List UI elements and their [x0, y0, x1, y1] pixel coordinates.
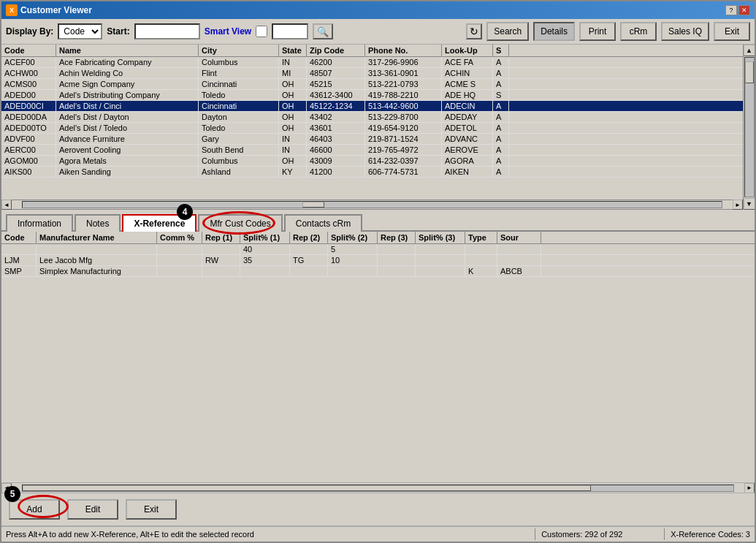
refresh-button[interactable]: ↻ [466, 23, 482, 39]
title-bar-left: X Customer Viewer [6, 4, 92, 16]
col-header-city: City [199, 45, 279, 56]
xref-col-header-split1: Split% (1) [240, 232, 290, 243]
xref-col-header-split3: Split% (3) [416, 232, 465, 243]
smart-view-checkbox[interactable] [256, 26, 267, 37]
print-button[interactable]: Print [579, 22, 616, 41]
horizontal-scrollbar[interactable]: ◄ ► [1, 200, 743, 210]
col-header-s: S [493, 45, 509, 56]
add-button[interactable]: Add [9, 499, 60, 520]
xref-col-header-code: Code [1, 232, 37, 243]
status-hint: Press Alt+A to add new X-Reference, Alt+… [6, 530, 529, 539]
xref-col-header-comm: Comm % [157, 232, 202, 243]
crm-button[interactable]: cRm [620, 22, 657, 41]
vscroll-down-btn[interactable]: ▼ [744, 198, 755, 210]
table-row[interactable]: ADED00TO Adel's Dist / Toledo Toledo OH … [1, 123, 743, 134]
cell-s: A [493, 57, 509, 67]
xref-col-header-type: Type [465, 232, 497, 243]
tab-container: Information Notes X-Reference Mfr Cust C… [1, 210, 755, 232]
vertical-scrollbar[interactable]: ▲ ▼ [743, 45, 755, 210]
button-bar: 5 Add Edit Exit [1, 493, 755, 525]
col-header-code: Code [1, 45, 56, 56]
scroll-thumb[interactable] [302, 202, 324, 208]
display-by-select[interactable]: Code Name City [58, 23, 102, 39]
edit-button[interactable]: Edit [67, 499, 118, 520]
tab-mfr-cust-codes[interactable]: Mfr Cust Codes [198, 214, 282, 232]
status-bar: Press Alt+A to add new X-Reference, Alt+… [1, 525, 755, 542]
title-bar-controls: ? ✕ [725, 5, 750, 15]
window-title: Customer Viewer [20, 5, 92, 15]
start-input[interactable] [134, 23, 200, 39]
customer-grid-header: Code Name City State Zip Code Phone No. … [1, 45, 743, 57]
scroll-left-btn[interactable]: ◄ [1, 200, 12, 210]
vscroll-track[interactable] [744, 57, 755, 197]
xref-row[interactable]: SMP Simplex Manufacturing K ABCB [1, 266, 755, 277]
col-header-lookup: Look-Up [442, 45, 493, 56]
bottom-scroll-left[interactable]: ◄ [1, 483, 12, 493]
details-button[interactable]: Details [533, 22, 575, 41]
cell-code: ACEF00 [1, 57, 56, 67]
search-button[interactable]: Search [486, 22, 529, 41]
col-header-zip: Zip Code [307, 45, 365, 56]
bottom-scroll-thumb[interactable] [23, 485, 591, 491]
xref-col-header-rep3: Rep (3) [378, 232, 416, 243]
display-by-label: Display By: [6, 26, 53, 37]
start-label: Start: [107, 26, 129, 37]
close-button[interactable]: ✕ [738, 5, 750, 15]
table-row[interactable]: AIKS00 Aiken Sanding Ashland KY 41200 60… [1, 167, 743, 178]
table-row[interactable]: AGOM00 Agora Metals Columbus OH 43009 61… [1, 156, 743, 167]
smart-view-input[interactable] [272, 23, 308, 39]
xref-grid-body[interactable]: 40 5 LJM Lee Jacob Mfg RW 35 [1, 244, 755, 482]
tab-notes[interactable]: Notes [75, 214, 121, 232]
tab-information[interactable]: Information [6, 214, 73, 232]
cell-zip: 46200 [307, 57, 365, 67]
cell-state: IN [279, 57, 307, 67]
table-row[interactable]: ACMS00 Acme Sign Company Cincinnati OH 4… [1, 79, 743, 90]
status-divider-1 [535, 528, 535, 540]
scroll-track[interactable] [22, 201, 722, 208]
help-button[interactable]: ? [725, 5, 737, 15]
cell-lookup: ACE FA [442, 57, 493, 67]
cell-phone: 317-296-9906 [365, 57, 442, 67]
cell-name: Ace Fabricating Company [56, 57, 199, 67]
customer-grid: Code Name City State Zip Code Phone No. … [1, 45, 743, 210]
xref-col-header-name: Manufacturer Name [37, 232, 157, 243]
customer-grid-body[interactable]: ACEF00 Ace Fabricating Company Columbus … [1, 57, 743, 200]
app-icon: X [6, 4, 18, 16]
tab-bar: Information Notes X-Reference Mfr Cust C… [1, 210, 755, 232]
table-row[interactable]: ADED00 Adel's Distributing Company Toled… [1, 90, 743, 101]
xref-col-header-rep1: Rep (1) [202, 232, 240, 243]
xref-row[interactable]: 40 5 [1, 244, 755, 255]
tab-xreference[interactable]: X-Reference [122, 214, 196, 232]
tab-contacts-crm[interactable]: Contacts cRm [284, 214, 362, 232]
col-header-name: Name [56, 45, 199, 56]
vscroll-thumb[interactable] [745, 61, 754, 83]
xref-grid-header: Code Manufacturer Name Comm % Rep (1) Sp… [1, 232, 755, 244]
xref-row[interactable]: LJM Lee Jacob Mfg RW 35 TG 10 [1, 255, 755, 266]
bottom-horizontal-scrollbar[interactable]: ◄ ► [1, 482, 755, 493]
table-row-selected[interactable]: ADED00CI Adel's Dist / Cinci Cincinnati … [1, 101, 743, 112]
scroll-right-btn[interactable]: ► [733, 200, 743, 210]
table-row[interactable]: ADVF00 Advance Furniture Gary IN 46403 2… [1, 134, 743, 145]
exit-toolbar-button[interactable]: Exit [714, 22, 750, 41]
col-header-state: State [279, 45, 307, 56]
table-row[interactable]: ACHW00 Achin Welding Co Flint MI 48507 3… [1, 68, 743, 79]
bottom-scroll-track[interactable] [22, 485, 734, 492]
status-customers: Customers: 292 of 292 [541, 530, 658, 539]
xref-col-header-source: Sour [497, 232, 541, 243]
cell-city: Columbus [199, 57, 279, 67]
status-divider-2 [664, 528, 665, 540]
exit-bottom-button[interactable]: Exit [126, 499, 177, 520]
status-xref-codes: X-Reference Codes: 3 [671, 530, 750, 539]
sales-iq-button[interactable]: Sales IQ [661, 22, 709, 41]
xref-col-header-rep2: Rep (2) [290, 232, 328, 243]
vscroll-up-btn[interactable]: ▲ [744, 45, 755, 56]
binoculars-button[interactable]: 🔍 [313, 23, 333, 39]
table-row[interactable]: ADED00DA Adel's Dist / Dayton Dayton OH … [1, 112, 743, 123]
bottom-scroll-right[interactable]: ► [744, 483, 755, 493]
main-window: X Customer Viewer ? ✕ Display By: Code N… [0, 0, 756, 543]
table-row[interactable]: AERC00 Aerovent Cooling South Bend IN 46… [1, 145, 743, 156]
xref-col-header-split2: Split% (2) [328, 232, 378, 243]
table-row[interactable]: ACEF00 Ace Fabricating Company Columbus … [1, 57, 743, 68]
customer-grid-wrapper: Code Name City State Zip Code Phone No. … [1, 45, 755, 210]
smart-view-label: Smart View [205, 26, 251, 37]
